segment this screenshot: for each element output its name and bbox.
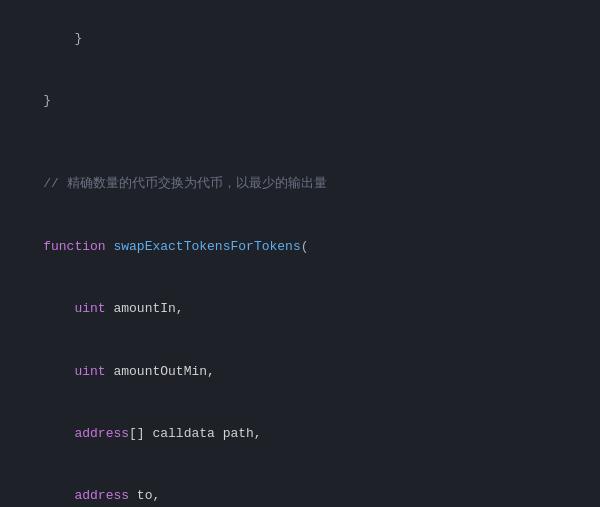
code-keyword: function	[43, 239, 105, 254]
code-text	[43, 488, 74, 503]
code-text: [] calldata path,	[129, 426, 262, 441]
code-text	[43, 364, 74, 379]
code-line-7: uint amountOutMin,	[12, 341, 588, 403]
code-text: amountIn,	[106, 301, 184, 316]
code-keyword: uint	[74, 301, 105, 316]
code-keyword: address	[74, 426, 129, 441]
code-text	[43, 426, 74, 441]
code-text	[43, 301, 74, 316]
code-line-1: }	[12, 8, 588, 70]
code-line-6: uint amountIn,	[12, 278, 588, 340]
code-line-2: }	[12, 70, 588, 132]
code-funcname: swapExactTokensForTokens	[113, 239, 300, 254]
code-text: to,	[129, 488, 160, 503]
code-line-9: address to,	[12, 466, 588, 507]
code-keyword: uint	[74, 364, 105, 379]
code-text: }	[43, 31, 82, 46]
code-line-8: address[] calldata path,	[12, 403, 588, 465]
code-text: (	[301, 239, 309, 254]
code-line-5: function swapExactTokensForTokens(	[12, 216, 588, 278]
code-line-4: // 精确数量的代币交换为代币，以最少的输出量	[12, 154, 588, 216]
code-editor: } } // 精确数量的代币交换为代币，以最少的输出量 function swa…	[0, 0, 600, 507]
code-text: }	[43, 93, 51, 108]
code-comment: // 精确数量的代币交换为代币，以最少的输出量	[43, 176, 326, 191]
code-line-3	[12, 133, 588, 154]
code-keyword: address	[74, 488, 129, 503]
code-text: amountOutMin,	[106, 364, 215, 379]
